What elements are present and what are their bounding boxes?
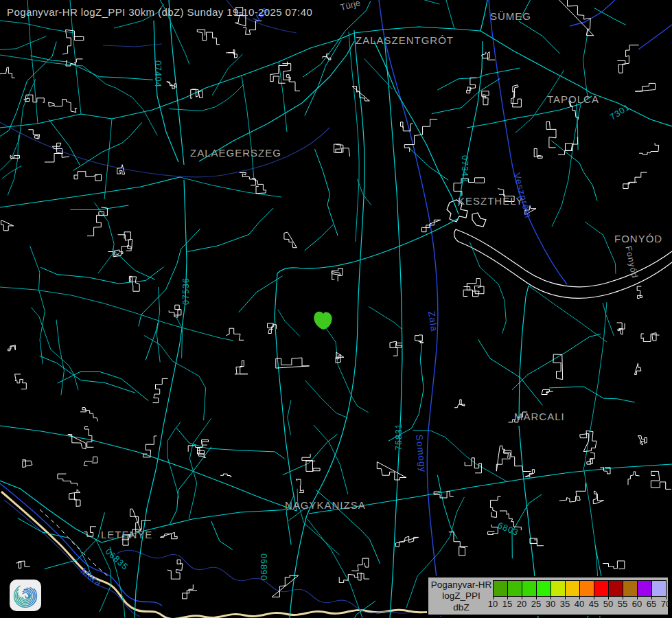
spiral-logo-icon [11,581,40,610]
radar-title: Poganyvar-HR logZ_PPI 30km (dbZ) Sunday … [7,6,312,18]
road-network [0,0,672,618]
river-network [0,0,672,617]
country-border-mura-river [0,483,434,618]
legend-panel: Poganyvar-HR logZ_PPI dbZ 10152025303540… [427,576,669,616]
legend-tick-scale: 10152025303540455055606570 [428,577,668,615]
settlement-outlines [0,0,671,599]
legend-tick-label: 70 [658,599,672,609]
radar-product-image: TürjeZALASZENTGRÓTSÜMEGTAPOLCAZALAEGERSZ… [0,0,672,618]
map-canvas [0,0,672,618]
met-service-logo [10,580,41,611]
minor-road-branches [0,0,635,618]
radar-echo-blob [314,312,332,330]
